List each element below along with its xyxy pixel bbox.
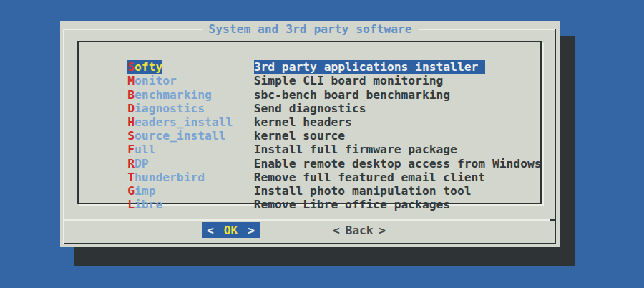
menu-item-initial: F <box>127 143 135 156</box>
back-button[interactable]: < Back > <box>328 222 391 238</box>
menu-item-initial: S <box>127 129 135 143</box>
menu-item-tag-field: Gimp <box>127 184 253 198</box>
button-row-separator <box>64 219 550 221</box>
menu-item-desc: 3rd party applications installer <box>254 60 486 74</box>
menu-listbox: Softy3rd party applications installer Mo… <box>77 41 542 204</box>
menu-item-tag: Gimp <box>127 184 155 198</box>
menu-item-tag-rest: DP <box>135 157 149 171</box>
menu-item-tag-rest: iagnostics <box>135 102 205 115</box>
menu-item-initial: S <box>127 60 135 74</box>
ok-button[interactable]: < OK > <box>202 222 260 238</box>
separator-end-cap <box>550 219 556 221</box>
menu-item-desc: Simple CLI board monitoring <box>254 74 444 87</box>
menu-item-desc: Remove full featured email client <box>254 171 485 184</box>
menu-item-initial: B <box>127 88 135 102</box>
menu-item-tag-rest: ull <box>135 143 155 156</box>
menu-item-tag: Monitor <box>127 74 177 87</box>
menu-item-tag-field: Diagnostics <box>127 102 253 115</box>
menu-item-tag-rest: onitor <box>135 74 177 87</box>
menu-item-initial: L <box>127 198 135 211</box>
ok-button-right-bracket: > <box>248 224 255 237</box>
menu-item-initial: G <box>127 184 135 198</box>
menu-item-tag-field: Full <box>127 143 253 156</box>
menu-item-desc: sbc-bench board benchmarking <box>254 88 450 102</box>
menu-item-tag: Full <box>127 143 155 156</box>
menu-item-initial: D <box>127 102 135 115</box>
menu-item-tag: Thunderbird <box>127 171 205 184</box>
menu-item-tag: Libre <box>127 198 162 211</box>
menu-item-tag-field: Libre <box>127 198 253 211</box>
menu-item-desc: Send diagnostics <box>254 102 366 115</box>
menu-item-tag-field: Source_install <box>127 129 253 143</box>
menu-item-tag: Headers_install <box>127 115 233 129</box>
menu-item-tag-rest: ofty <box>135 60 162 74</box>
menu-item-initial: H <box>127 115 135 129</box>
menu-item-initial: T <box>127 171 135 184</box>
software-menu-dialog: System and 3rd party software Softy3rd p… <box>60 21 560 247</box>
menu-item-tag-field: Monitor <box>127 74 253 87</box>
menu-item-desc: Enable remote desktop access from Window… <box>254 157 542 171</box>
menu-item-tag: Diagnostics <box>127 102 205 115</box>
menu-item-tag: RDP <box>127 157 148 171</box>
menu-item-desc: Remove Libre office packages <box>254 198 450 211</box>
menu-item-tag-rest: imp <box>135 184 155 198</box>
menu-item-tag-rest: hunderbird <box>135 171 205 184</box>
menu-item-tag-field: RDP <box>127 157 253 171</box>
menu-item-tag-field: Headers_install <box>127 115 253 129</box>
back-button-right-bracket: > <box>379 224 386 237</box>
menu-item-tag-rest: eaders_install <box>135 115 233 129</box>
menu-item-tag-field: Thunderbird <box>127 171 253 184</box>
menu-item-tag: Softy <box>127 60 162 74</box>
back-button-left-bracket: < <box>333 224 340 237</box>
menu-item-initial: M <box>127 74 135 87</box>
terminal-screen: { "dialog": { "title": "System and 3rd p… <box>0 0 644 288</box>
menu-item-desc: kernel source <box>254 129 345 143</box>
menu-item-initial: R <box>127 157 135 171</box>
menu-item-desc: Install full firmware package <box>254 143 457 156</box>
dialog-title: System and 3rd party software <box>202 22 418 37</box>
menu-item-tag: Benchmarking <box>127 88 212 102</box>
back-button-label: Back <box>345 224 373 237</box>
menu-item-tag-field: Benchmarking <box>127 88 253 102</box>
menu-item[interactable]: Softy3rd party applications installer <box>99 47 540 60</box>
ok-button-label: OK <box>224 224 238 237</box>
menu-item-desc: kernel headers <box>254 115 352 129</box>
menu-item-tag: Source_install <box>127 129 225 143</box>
menu-item-tag-rest: ource_install <box>135 129 225 143</box>
menu-item-desc: Install photo manipulation tool <box>254 184 472 198</box>
ok-button-left-bracket: < <box>207 224 214 237</box>
menu-item-tag-rest: enchmarking <box>135 88 212 102</box>
menu-item-tag-field: Softy <box>127 60 253 74</box>
menu-list: Softy3rd party applications installer Mo… <box>79 42 540 198</box>
menu-item-tag-rest: ibre <box>135 198 162 211</box>
